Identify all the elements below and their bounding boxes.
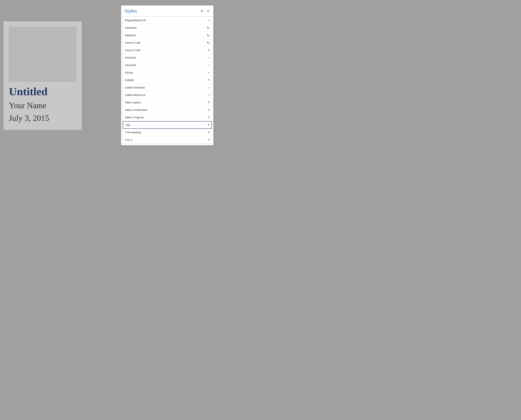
style-item[interactable]: TOC 1¶ [123, 136, 212, 144]
style-item[interactable]: Subtle Emphasisa [123, 84, 212, 91]
style-type-icon: ¶ [208, 48, 210, 52]
style-type-icon: ¶ [208, 101, 210, 104]
style-type-icon: ¶a [207, 41, 210, 44]
style-type-icon: ¶a [207, 34, 210, 37]
style-name: Subtitle [125, 78, 134, 82]
style-item[interactable]: Source Code¶ [123, 46, 212, 54]
style-type-icon: ¶ [208, 123, 209, 127]
style-type-icon: a [208, 93, 210, 97]
style-item[interactable]: Salutation¶a [123, 24, 212, 31]
style-name: Subtle Reference [125, 93, 146, 97]
style-type-icon: ¶ [208, 131, 210, 134]
dropdown-icon[interactable]: ▼ [200, 9, 204, 13]
document-author: Your Name [9, 101, 76, 110]
header-icons: ▼ ✕ [200, 9, 210, 14]
style-name: RegionMarkerTok [125, 19, 146, 22]
close-icon[interactable]: ✕ [206, 9, 210, 14]
style-name: Title [125, 124, 130, 127]
style-name: Salutation [125, 26, 137, 29]
style-item[interactable]: Subtle Referencea [123, 91, 212, 99]
style-item[interactable]: Subtitle¶ [123, 76, 212, 84]
styles-panel: Styles ▼ ✕ RegionMarkerTokaSalutation¶aS… [121, 5, 214, 145]
style-name: Source Code [125, 49, 141, 52]
style-name: TOA Heading [125, 131, 141, 134]
style-item[interactable]: Signature¶a [123, 31, 212, 39]
style-name: StringTok [125, 56, 136, 59]
style-item[interactable]: StringToka [123, 54, 212, 61]
document-date: July 3, 2015 [9, 113, 76, 123]
style-item[interactable]: Title¶ [123, 121, 212, 129]
style-item[interactable]: Table Caption¶ [123, 99, 212, 106]
style-type-icon: ¶ [208, 108, 210, 112]
style-name: Table Caption [125, 101, 141, 104]
document-preview: Untitled Your Name July 3, 2015 [4, 21, 82, 130]
style-name: Signature [125, 34, 136, 37]
style-type-icon: a [208, 19, 210, 22]
style-type-icon: a [208, 71, 210, 74]
style-item[interactable]: Table of Figures¶ [123, 114, 212, 121]
document-title: Untitled [9, 85, 76, 98]
styles-list: RegionMarkerTokaSalutation¶aSignature¶aS… [123, 16, 212, 144]
style-name: Source Code [125, 41, 141, 44]
style-name: Subtle Emphasis [125, 86, 145, 89]
cover-image [9, 27, 76, 82]
style-name: TOC 1 [125, 138, 133, 142]
style-name: Table of Authorities [125, 108, 148, 111]
style-type-icon: ¶a [207, 26, 210, 29]
style-item[interactable]: Table of Authorities¶ [123, 106, 212, 114]
styles-panel-header: Styles ▼ ✕ [121, 6, 213, 16]
style-type-icon: a [208, 56, 210, 59]
styles-panel-title: Styles [124, 8, 137, 14]
style-name: StringTok [125, 64, 136, 67]
style-type-icon: ¶ [208, 78, 210, 82]
style-item[interactable]: TOA Heading¶ [123, 129, 212, 136]
style-type-icon: a [208, 64, 210, 67]
style-item[interactable]: Stronga [123, 69, 212, 76]
style-type-icon: a [208, 86, 210, 89]
style-item[interactable]: StringToka [123, 61, 212, 69]
style-type-icon: ¶ [208, 116, 210, 119]
style-type-icon: ¶ [208, 138, 210, 142]
style-name: Strong [125, 71, 133, 74]
style-item[interactable]: RegionMarkerToka [123, 16, 212, 24]
style-name: Table of Figures [125, 116, 144, 119]
style-item[interactable]: Source Code¶a [123, 39, 212, 46]
